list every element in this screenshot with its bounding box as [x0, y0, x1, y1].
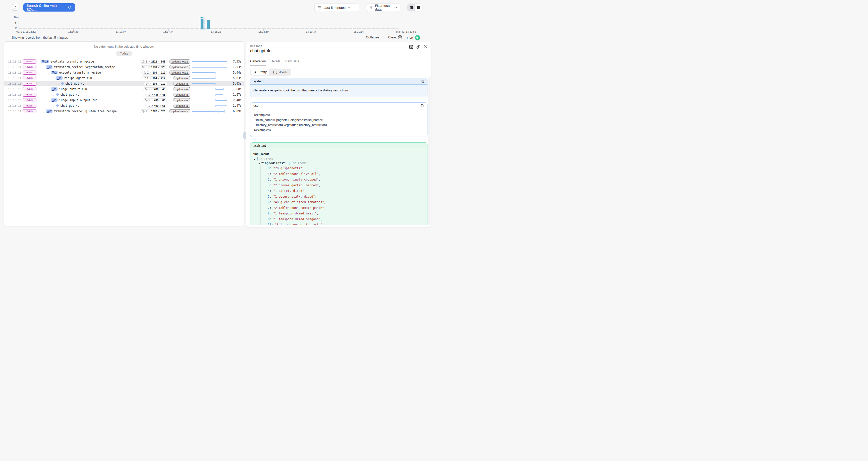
leaf-diamond-icon	[56, 93, 59, 96]
records-timeline-chart[interactable]: 0510Mar 31. 13:15:5213:16:2913:17:0713:1…	[0, 13, 434, 34]
span-row[interactable]: 13:18:16evalschat gpt-4o↗436↙45pydantic-…	[4, 92, 244, 97]
collapse-chevron-icon[interactable]	[258, 163, 260, 164]
json-tree: { 2 items "ingredients": [ 12 items 0:	[253, 157, 424, 225]
duration-bar	[192, 67, 227, 68]
copy-icon[interactable]	[421, 80, 424, 83]
minus-square-icon	[52, 88, 55, 91]
token-usage-badge[interactable]: Σ↗490↙66	[143, 98, 167, 102]
render-mode-toggle: Pretty { } JSON	[250, 68, 291, 75]
collapse-button[interactable]: Collapse	[366, 35, 385, 39]
token-usage-badge[interactable]: Σ↗436↙45	[143, 87, 167, 91]
time-range-dropdown[interactable]: Last 5 minutes	[314, 3, 359, 12]
span-row[interactable]: 13:18:11evals1recipe_agent runΣ↗104↙212p…	[4, 75, 244, 81]
span-row[interactable]: 13:18:11evals16evaluate transform_recipe…	[4, 59, 244, 64]
span-row[interactable]: 13:18:16evalschat gpt-4o↗490↙66pydantic-…	[4, 103, 244, 109]
duration-bar-track	[192, 81, 227, 86]
token-usage-badge[interactable]: Σ↗104↙212	[142, 71, 167, 74]
pretty-mode-button[interactable]: Pretty	[251, 69, 270, 75]
project-badge[interactable]: evals	[23, 65, 36, 69]
span-duration: 7.53s	[233, 60, 242, 63]
search-button[interactable]: Search & filter with SQL...	[23, 3, 75, 11]
project-badge[interactable]: evals	[23, 87, 36, 91]
expand-node-badge[interactable]: 7	[46, 110, 53, 113]
duration-bar-track	[192, 103, 227, 109]
token-usage-badge[interactable]: ↗490↙66	[146, 104, 167, 108]
token-usage-badge[interactable]: Σ↗2112↙648	[140, 60, 167, 64]
token-usage-badge[interactable]: Σ↗104↙212	[142, 76, 167, 80]
scope-tag[interactable]: pydantic-evals	[169, 109, 190, 113]
scope-tag[interactable]: pydantic-evals	[169, 60, 190, 64]
project-badge[interactable]: evals	[23, 98, 36, 102]
close-icon[interactable]	[424, 45, 428, 49]
copy-link-icon[interactable]	[416, 45, 421, 49]
time-selection-region[interactable]	[200, 17, 205, 30]
messages-scroll-area[interactable]: system Generate a recipe to cook the dis…	[246, 77, 428, 225]
copy-icon[interactable]	[421, 104, 424, 107]
span-row[interactable]: 13:18:11evals7transform_recipe: gluten_f…	[4, 109, 244, 114]
collapse-node-badge[interactable]: 7	[46, 65, 53, 69]
project-badge[interactable]: evals	[23, 104, 36, 108]
token-usage-badge[interactable]: ↗104↙212	[144, 82, 167, 86]
output-tokens-arrow-icon: ↙	[158, 82, 160, 85]
tree-cell: 7transform_recipe: vegetarian_recipe	[38, 65, 138, 69]
scope-tag[interactable]: pydantic-ai	[174, 104, 190, 108]
scope-tag[interactable]: pydantic-ai	[174, 82, 190, 86]
span-row[interactable]: 13:18:11evalschat gpt-4o↗104↙212pydantic…	[4, 81, 244, 86]
duration-bar-track	[192, 64, 227, 70]
vertical-scrollbar[interactable]	[429, 77, 431, 225]
minus-square-icon	[52, 71, 55, 74]
collapse-chevron-icon[interactable]	[253, 158, 256, 160]
archive-panel-icon[interactable]	[409, 45, 413, 49]
tab-generation[interactable]: Generation	[250, 60, 266, 66]
array-value: "Salt and pepper to taste"	[275, 223, 322, 225]
span-row[interactable]: 13:18:16evals1judge_input_output runΣ↗49…	[4, 97, 244, 103]
today-chip[interactable]: Today	[116, 51, 132, 56]
tab-details[interactable]: Details	[271, 60, 280, 66]
json-mode-button[interactable]: { } JSON	[270, 69, 290, 75]
collapse-node-badge[interactable]: 1	[56, 76, 63, 80]
project-badge[interactable]: evals	[23, 70, 36, 75]
scope-tag[interactable]: pydantic-ai	[174, 98, 190, 102]
token-usage-badge[interactable]: Σ↗1030↙323	[140, 65, 167, 69]
project-badge[interactable]: evals	[23, 60, 36, 64]
output-tokens-arrow-icon: ↙	[159, 99, 161, 101]
tree-trunk-line	[58, 80, 58, 83]
scope-tag[interactable]: pydantic-evals	[169, 70, 190, 74]
live-toggle-button[interactable]: Live	[407, 35, 420, 40]
record-count-bar[interactable]	[207, 20, 210, 29]
scope-tag[interactable]: pydantic-ai	[174, 93, 190, 97]
input-tokens-arrow-icon: ↗	[151, 99, 153, 101]
input-tokens-arrow-icon: ↗	[148, 66, 150, 68]
scope-tag[interactable]: pydantic-evals	[169, 65, 190, 69]
project-badge[interactable]: evals	[23, 93, 36, 97]
plus-square-icon	[47, 110, 50, 113]
project-badge[interactable]: evals	[23, 76, 36, 80]
span-row[interactable]: 13:18:11evals7transform_recipe: vegetari…	[4, 64, 244, 70]
duration-bar	[216, 89, 224, 90]
leaf-diamond-icon	[61, 82, 64, 85]
project-badge[interactable]: evals	[23, 109, 36, 114]
scope-tag[interactable]: pydantic-ai	[174, 87, 190, 91]
list-view-toggle[interactable]	[415, 4, 422, 11]
duration-bar	[192, 78, 216, 79]
clear-button[interactable]: Clear	[388, 35, 402, 39]
input-tokens-arrow-icon: ↗	[149, 60, 150, 63]
project-badge[interactable]: evals	[23, 82, 36, 86]
collapse-node-badge[interactable]: 16	[41, 60, 49, 63]
span-row[interactable]: 13:18:16evals1judge_output runΣ↗436↙45py…	[4, 86, 244, 92]
token-usage-badge[interactable]: ↗436↙45	[146, 93, 167, 97]
collapse-node-badge[interactable]: 1	[51, 98, 58, 102]
user-message-text: <examples> <dish_name>Spaghetti Bolognes…	[250, 109, 427, 136]
collapse-node-badge[interactable]: 1	[51, 87, 58, 91]
filter-local-data-dropdown[interactable]: Filter local data	[366, 3, 400, 12]
tab-raw-data[interactable]: Raw Data	[285, 60, 299, 66]
scope-tag[interactable]: pydantic-ai	[174, 76, 190, 80]
minus-square-icon	[57, 77, 60, 80]
collapse-node-badge[interactable]: 2	[51, 71, 58, 74]
tree-view-toggle[interactable]	[408, 4, 415, 11]
open-brace: {	[256, 157, 258, 161]
collapse-label: Collapse	[366, 35, 379, 39]
span-row[interactable]: 13:18:11evals2execute transform_recipeΣ↗…	[4, 70, 244, 75]
tree-elbow-connector	[53, 104, 55, 107]
token-usage-badge[interactable]: Σ↗1082↙325	[140, 110, 167, 113]
